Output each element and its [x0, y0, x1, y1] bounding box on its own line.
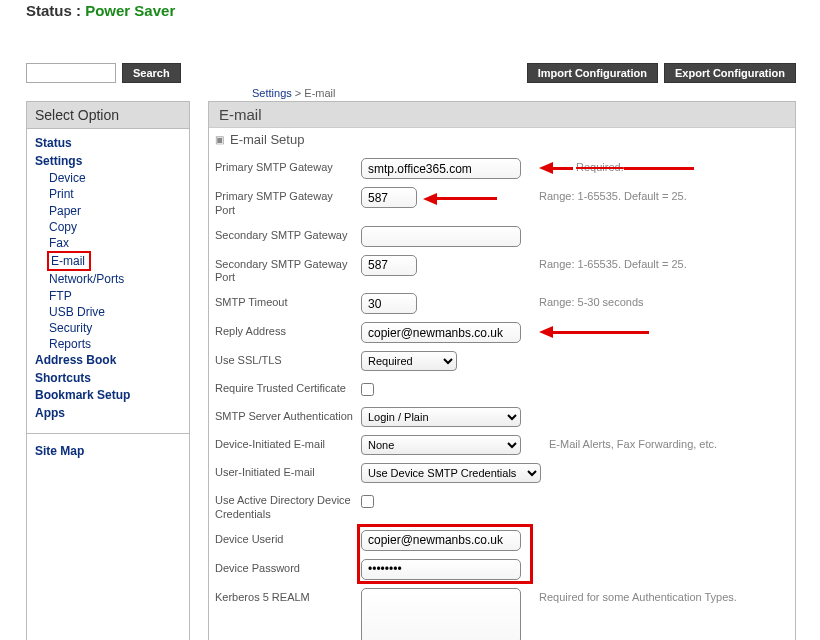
main-panel: E-mail ▣ E-mail Setup Primary SMTP Gatew… [208, 101, 796, 640]
sidebar-sub-copy[interactable]: Copy [35, 219, 181, 235]
user-initiated-select[interactable]: Use Device SMTP Credentials [361, 463, 541, 483]
label-primary-port: Primary SMTP Gateway Port [215, 187, 361, 218]
status-value: Power Saver [85, 2, 175, 19]
smtp-timeout-input[interactable] [361, 293, 417, 314]
arrow-icon [539, 326, 553, 338]
export-config-button[interactable]: Export Configuration [664, 63, 796, 83]
breadcrumb-current: E-mail [304, 87, 335, 99]
sidebar-sub-paper[interactable]: Paper [35, 203, 181, 219]
import-config-button[interactable]: Import Configuration [527, 63, 658, 83]
label-reply: Reply Address [215, 322, 361, 339]
label-primary-gateway: Primary SMTP Gateway [215, 158, 361, 175]
search-input[interactable] [26, 63, 116, 83]
search-button[interactable]: Search [122, 63, 181, 83]
label-ssl: Use SSL/TLS [215, 351, 361, 368]
label-trusted-cert: Require Trusted Certificate [215, 379, 361, 396]
hint-primary-gateway: Required. [521, 158, 787, 174]
device-initiated-select[interactable]: None [361, 435, 521, 455]
topbar: Search Import Configuration Export Confi… [0, 19, 820, 85]
sidebar-header: Select Option [27, 102, 189, 129]
sidebar-item-status[interactable]: Status [35, 135, 181, 153]
secondary-smtp-port-input[interactable] [361, 255, 417, 276]
sidebar-sub-security[interactable]: Security [35, 320, 181, 336]
trusted-cert-checkbox[interactable] [361, 383, 374, 396]
label-use-ad: Use Active Directory Device Credentials [215, 491, 361, 522]
label-smtp-auth: SMTP Server Authentication [215, 407, 361, 424]
hint-secondary-port: Range: 1-65535. Default = 25. [521, 255, 787, 270]
sidebar-sub-usb[interactable]: USB Drive [35, 304, 181, 320]
hint-primary-port: Range: 1-65535. Default = 25. [521, 187, 787, 202]
arrow-icon [423, 191, 497, 205]
sidebar-sub-email[interactable]: E-mail [47, 251, 91, 271]
label-password: Device Password [215, 559, 361, 576]
label-secondary-gateway: Secondary SMTP Gateway [215, 226, 361, 243]
smtp-auth-select[interactable]: Login / Plain [361, 407, 521, 427]
sidebar-item-shortcuts[interactable]: Shortcuts [35, 370, 181, 388]
label-secondary-port: Secondary SMTP Gateway Port [215, 255, 361, 286]
sidebar-sub-network[interactable]: Network/Ports [35, 271, 181, 287]
section-title: E-mail Setup [230, 132, 304, 147]
device-userid-input[interactable] [361, 530, 521, 551]
sidebar-item-apps[interactable]: Apps [35, 405, 181, 423]
hint-timeout: Range: 5-30 seconds [521, 293, 787, 308]
hint-reply [521, 322, 787, 338]
use-ssl-select[interactable]: Required [361, 351, 457, 371]
kerberos-realm-textarea[interactable] [361, 588, 521, 641]
label-user-init: User-Initiated E-mail [215, 463, 361, 480]
sidebar-sub-ftp[interactable]: FTP [35, 288, 181, 304]
sidebar-item-bookmark[interactable]: Bookmark Setup [35, 387, 181, 405]
sidebar: Select Option Status Settings Device Pri… [26, 101, 190, 640]
label-dev-init: Device-Initiated E-mail [215, 435, 361, 452]
secondary-smtp-gateway-input[interactable] [361, 226, 521, 247]
label-userid: Device Userid [215, 530, 361, 547]
arrow-icon [539, 162, 553, 174]
primary-smtp-port-input[interactable] [361, 187, 417, 208]
primary-smtp-gateway-input[interactable] [361, 158, 521, 179]
hint-dev-init: E-Mail Alerts, Fax Forwarding, etc. [531, 435, 787, 450]
collapse-icon[interactable]: ▣ [215, 134, 224, 145]
sidebar-sub-print[interactable]: Print [35, 186, 181, 202]
page-title: E-mail [209, 102, 795, 128]
label-kerberos: Kerberos 5 REALM [215, 588, 361, 605]
sidebar-sitemap[interactable]: Site Map [35, 443, 181, 461]
sidebar-item-settings[interactable]: Settings [35, 153, 181, 171]
breadcrumb-settings[interactable]: Settings [252, 87, 292, 99]
sidebar-item-addressbook[interactable]: Address Book [35, 352, 181, 370]
use-ad-checkbox[interactable] [361, 495, 374, 508]
sidebar-sub-device[interactable]: Device [35, 170, 181, 186]
breadcrumb: Settings > E-mail [252, 87, 820, 99]
sidebar-sub-reports[interactable]: Reports [35, 336, 181, 352]
device-password-input[interactable] [361, 559, 521, 580]
sidebar-sub-fax[interactable]: Fax [35, 235, 181, 251]
label-timeout: SMTP Timeout [215, 293, 361, 310]
hint-kerberos: Required for some Authentication Types. [521, 588, 787, 603]
reply-address-input[interactable] [361, 322, 521, 343]
device-status: Status : Power Saver [0, 0, 820, 19]
status-label: Status : [26, 2, 81, 19]
